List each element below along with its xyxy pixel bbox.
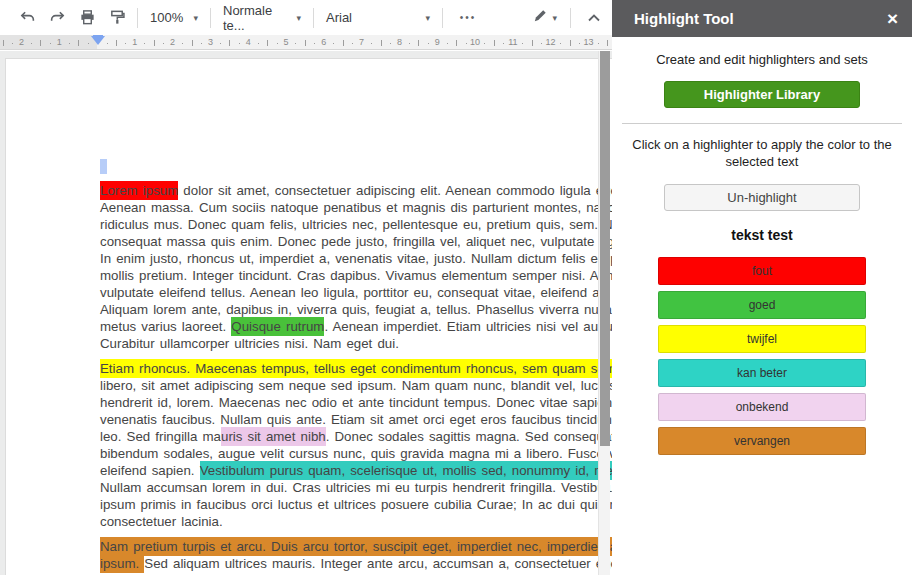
highlight-tool-panel: Highlight Tool × Create and edit highlig…	[612, 0, 912, 575]
scrollbar-thumb[interactable]	[600, 51, 610, 446]
text-segment: . Donec sodales sagittis magna. Sed cons…	[326, 429, 612, 444]
ruler-tick-minor	[239, 43, 240, 44]
text-line: consectetuer lacinia.	[100, 513, 612, 530]
paragraph: Nam pretium turpis et arcu. Duis arcu to…	[100, 538, 612, 575]
ruler-tick-minor	[258, 43, 259, 44]
text-line: consequat massa quis enim. Donec pede ju…	[100, 233, 612, 250]
highlighter-list: foutgoedtwijfelkan beteronbekendvervange…	[658, 257, 866, 455]
left-indent-marker[interactable]	[91, 36, 105, 45]
document-paragraphs: Lorem ipsum dolor sit amet, consectetuer…	[100, 182, 612, 575]
ruler-number: 1	[57, 37, 62, 47]
paragraph-style-select[interactable]: Normale te... ▾	[216, 5, 308, 31]
highlighter-goed[interactable]: goed	[658, 291, 866, 319]
highlighter-fout[interactable]: fout	[658, 257, 866, 285]
zoom-value: 100%	[150, 10, 183, 25]
highlighted-text: Nam pretium turpis et arcu. Duis arcu to…	[100, 537, 612, 556]
text-segment: leo. Sed fringilla ma	[100, 429, 221, 444]
ruler[interactable]: 1234567891011121312	[0, 35, 612, 50]
highlighted-text: Lorem ipsum	[100, 181, 178, 200]
ruler-number: 11	[508, 37, 517, 47]
ruler-tick-minor	[447, 43, 448, 44]
text-selection-block	[100, 159, 107, 174]
toolbar-separator	[570, 8, 571, 28]
more-options-button[interactable]: •••	[448, 12, 488, 23]
text-line: vulputate eleifend tellus. Aenean leo li…	[100, 284, 612, 301]
ruler-number: 2	[19, 37, 24, 47]
document-page[interactable]: Lorem ipsum dolor sit amet, consectetuer…	[5, 58, 612, 575]
ruler-tick-minor	[333, 43, 334, 44]
text-segment: dolor sit amet, consectetuer adipiscing …	[178, 183, 612, 198]
text-line: In enim justo, rhoncus ut, imperdiet a, …	[100, 250, 612, 267]
highlighter-twijfel[interactable]: twijfel	[658, 325, 866, 353]
paint-format-button[interactable]	[102, 5, 132, 31]
text-segment: venenatis faucibus. Nullam quis ante. Et…	[100, 412, 612, 427]
undo-button[interactable]	[12, 5, 42, 31]
text-line: mollis pretium. Integer tincidunt. Cras …	[100, 267, 612, 284]
vertical-scrollbar[interactable]	[598, 51, 610, 575]
text-segment: eleifend sapien.	[100, 463, 200, 478]
panel-title: Highlight Tool	[634, 10, 734, 27]
ruler-tick-minor	[484, 43, 485, 44]
redo-button[interactable]	[42, 5, 72, 31]
highlighter-library-button[interactable]: Highlighter Library	[664, 81, 860, 108]
highlighted-text: Vestibulum purus quam, scelerisque ut, m…	[200, 461, 612, 480]
text-segment: bibendum sodales, augue velit cursus nun…	[100, 446, 612, 461]
panel-header: Highlight Tool ×	[612, 0, 912, 37]
ruler-tick-major	[305, 40, 306, 46]
ruler-tick-major	[229, 40, 230, 46]
panel-divider	[622, 123, 902, 124]
highlighter-kan-beter[interactable]: kan beter	[658, 359, 866, 387]
ruler-tick-major	[267, 40, 268, 46]
text-line: eleifend sapien. Vestibulum purus quam, …	[100, 462, 612, 479]
ruler-number: 2	[170, 37, 175, 47]
text-segment: ridiculus mus. Donec quam felis, ultrici…	[100, 217, 612, 232]
toolbar-separator	[442, 8, 443, 28]
ruler-tick-major	[116, 40, 117, 46]
highlighter-pen-button[interactable]: ▾	[524, 8, 565, 28]
toolbar-separator	[210, 8, 211, 28]
highlighter-set-name: tekst test	[612, 227, 912, 243]
text-segment: Sed aliquam ultrices mauris. Integer ant…	[144, 556, 612, 571]
ruler-number: 5	[283, 37, 288, 47]
text-segment: In enim justo, rhoncus ut, imperdiet a, …	[100, 251, 612, 266]
ruler-tick-minor	[163, 43, 164, 44]
chevron-down-icon: ▾	[552, 13, 557, 23]
text-segment: Aliquam lorem ante, dapibus in, viverra …	[100, 302, 612, 317]
collapse-toolbar-button[interactable]	[576, 5, 612, 31]
close-icon[interactable]: ×	[887, 9, 898, 28]
chevron-down-icon: ▾	[425, 13, 430, 23]
toolbar-separator	[313, 8, 314, 28]
ruler-tick-major	[456, 40, 457, 46]
panel-body: Create and edit highlighters and sets Hi…	[612, 52, 912, 455]
app-root: 100% ▾ Normale te... ▾ Arial ▾ ••• ▾	[0, 0, 912, 575]
ruler-number: 13	[583, 37, 593, 47]
zoom-select[interactable]: 100% ▾	[143, 5, 205, 31]
ruler-tick-minor	[466, 43, 467, 44]
ruler-number: 10	[470, 37, 480, 47]
pen-icon	[532, 8, 548, 28]
text-line: bibendum sodales, augue velit cursus nun…	[100, 445, 612, 462]
panel-instruction: Click on a highlighter to apply the colo…	[619, 136, 905, 170]
ruler-number: 8	[397, 37, 402, 47]
ruler-tick-major	[418, 40, 419, 46]
ruler-tick-major	[381, 40, 382, 46]
ruler-tick-minor	[144, 43, 145, 44]
text-line: libero, sit amet adipiscing sem neque se…	[100, 377, 612, 394]
font-select[interactable]: Arial ▾	[319, 5, 437, 31]
highlighter-onbekend[interactable]: onbekend	[658, 393, 866, 421]
ruler-tick-minor	[409, 43, 410, 44]
ruler-tick-major	[607, 40, 608, 46]
text-line: hendrerit id, lorem. Maecenas nec odio e…	[100, 394, 612, 411]
chevron-up-icon	[587, 13, 601, 22]
selected-empty-line	[100, 157, 612, 174]
un-highlight-button[interactable]: Un-highlight	[664, 184, 860, 211]
highlighter-vervangen[interactable]: vervangen	[658, 427, 866, 455]
ruler-tick-minor	[277, 43, 278, 44]
document-area: Lorem ipsum dolor sit amet, consectetuer…	[0, 51, 612, 575]
ruler-tick-minor	[31, 43, 32, 44]
print-button[interactable]	[72, 5, 102, 31]
ruler-number: 7	[359, 37, 364, 47]
ruler-tick-minor	[371, 43, 372, 44]
ruler-tick-minor	[428, 43, 429, 44]
paragraph: Etiam rhoncus. Maecenas tempus, tellus e…	[100, 360, 612, 530]
